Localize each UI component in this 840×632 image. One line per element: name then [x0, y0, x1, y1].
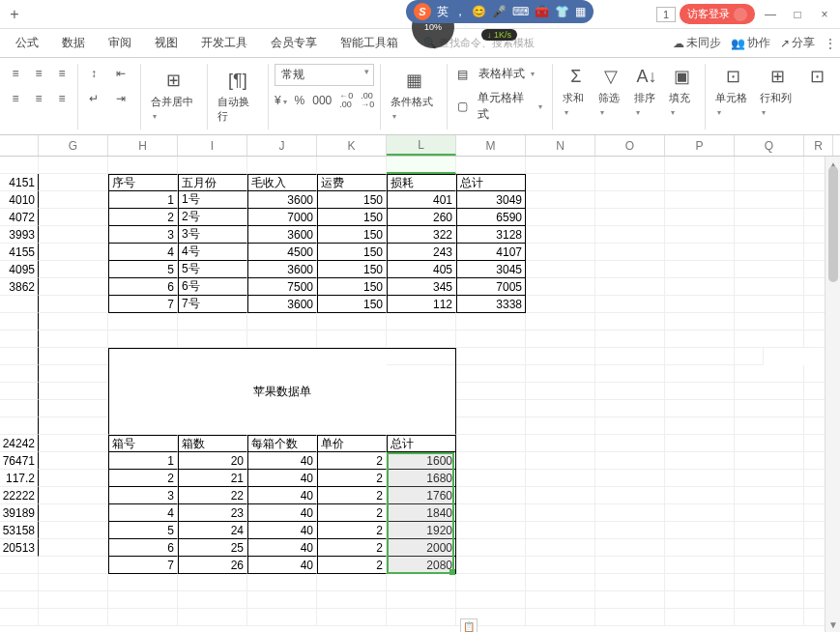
spreadsheet[interactable]: GHIJKLMNOPQR 4151序号五月份毛收入运费损耗总计401011号36… [0, 135, 840, 632]
cell[interactable] [595, 365, 665, 383]
cell[interactable] [665, 487, 735, 504]
col-header-G[interactable]: G [39, 135, 108, 156]
cell[interactable] [526, 452, 595, 470]
col-header-N[interactable]: N [526, 135, 595, 156]
cell[interactable] [665, 591, 735, 609]
cell[interactable] [387, 609, 456, 626]
cell[interactable]: 3862 [0, 278, 39, 296]
menu-vip[interactable]: 会员专享 [259, 29, 329, 57]
cell[interactable] [526, 348, 595, 365]
cell[interactable] [39, 574, 108, 591]
cell[interactable] [178, 591, 247, 609]
cell[interactable] [39, 539, 108, 557]
wrap-icon[interactable]: ↵ [84, 89, 103, 108]
cell[interactable]: 2 [317, 504, 387, 522]
cell[interactable]: 毛收入 [247, 174, 317, 191]
cell[interactable] [39, 157, 108, 174]
cell[interactable] [456, 313, 526, 330]
cell[interactable] [526, 557, 595, 574]
cell[interactable] [735, 383, 804, 400]
cell[interactable]: 2 [317, 487, 387, 504]
indent-dec-icon[interactable]: ⇤ [111, 64, 130, 83]
cell[interactable]: 运费 [317, 174, 387, 191]
cell[interactable]: 150 [317, 278, 387, 296]
cell[interactable] [595, 452, 665, 470]
cell[interactable] [665, 417, 735, 435]
cell[interactable] [39, 313, 108, 330]
sort-button[interactable]: A↓排序▾ [630, 64, 664, 117]
share-button[interactable]: ↗分享 [780, 35, 815, 51]
cell[interactable] [108, 313, 178, 330]
cell[interactable]: 7号 [178, 296, 247, 313]
cell[interactable]: 23 [178, 504, 247, 522]
cell[interactable] [595, 296, 665, 313]
cell[interactable] [735, 609, 804, 626]
cell[interactable]: 40 [247, 470, 317, 487]
cell[interactable] [0, 417, 39, 435]
align-left-icon[interactable]: ≡ [6, 89, 25, 108]
cell[interactable] [735, 539, 804, 557]
cell[interactable]: 322 [387, 226, 456, 244]
cell[interactable]: 3 [108, 487, 178, 504]
cell[interactable] [526, 209, 595, 226]
cell[interactable] [0, 557, 39, 574]
cell[interactable]: 五月份 [178, 174, 247, 191]
comma-button[interactable]: 000 [312, 94, 332, 107]
cell[interactable]: 4 [108, 244, 178, 261]
cell[interactable] [39, 365, 108, 383]
cell[interactable] [735, 470, 804, 487]
cell[interactable] [0, 400, 39, 417]
cell[interactable] [39, 226, 108, 244]
cell[interactable] [39, 348, 108, 365]
cell[interactable]: 7005 [456, 278, 526, 296]
cell[interactable] [0, 330, 39, 348]
cell[interactable] [665, 226, 735, 244]
cell[interactable] [526, 313, 595, 330]
align-top-icon[interactable]: ≡ [6, 64, 25, 83]
cell[interactable] [0, 313, 39, 330]
guest-login-button[interactable]: 访客登录 [680, 4, 755, 24]
cell[interactable] [178, 330, 247, 348]
cell[interactable]: 4 [108, 504, 178, 522]
cell[interactable] [108, 609, 178, 626]
cell[interactable] [0, 157, 39, 174]
cell[interactable] [39, 487, 108, 504]
cell[interactable]: 3045 [456, 261, 526, 278]
cell[interactable] [39, 278, 108, 296]
align-center-icon[interactable]: ≡ [29, 89, 48, 108]
cell[interactable]: 405 [387, 261, 456, 278]
orientation-icon[interactable]: ↕ [84, 64, 103, 83]
cell[interactable] [456, 383, 526, 400]
cell[interactable]: 1680 [387, 470, 456, 487]
cell[interactable] [665, 435, 735, 452]
cell[interactable]: 3600 [247, 296, 317, 313]
cell[interactable] [317, 609, 387, 626]
cell[interactable] [735, 504, 804, 522]
ime-toolbar[interactable]: S 英 ， 😊 🎤 ⌨ 🧰 👕 ▦ [406, 0, 594, 23]
col-header-I[interactable]: I [178, 135, 247, 156]
cell[interactable] [0, 383, 39, 400]
col-header-M[interactable]: M [456, 135, 526, 156]
sync-status[interactable]: ☁未同步 [673, 35, 721, 51]
cell[interactable] [526, 226, 595, 244]
cell[interactable] [526, 504, 595, 522]
cell[interactable]: 4107 [456, 244, 526, 261]
ime-mic-icon[interactable]: 🎤 [492, 5, 507, 18]
cell[interactable]: 3049 [456, 191, 526, 209]
cell[interactable] [526, 435, 595, 452]
cell[interactable] [665, 609, 735, 626]
ime-emoji-icon[interactable]: 😊 [472, 5, 486, 18]
cell[interactable]: 总计 [456, 174, 526, 191]
cell[interactable] [665, 157, 735, 174]
cell[interactable] [247, 313, 317, 330]
cond-format-button[interactable]: ▦ 条件格式▾ [387, 68, 441, 121]
cell[interactable]: 117.2 [0, 470, 39, 487]
cell[interactable] [735, 557, 804, 574]
col-header-R[interactable]: R [804, 135, 833, 156]
cell[interactable] [108, 574, 178, 591]
cell[interactable]: 4155 [0, 244, 39, 261]
cell[interactable] [456, 330, 526, 348]
cell[interactable] [595, 330, 665, 348]
cell[interactable] [526, 244, 595, 261]
cell[interactable] [526, 522, 595, 539]
